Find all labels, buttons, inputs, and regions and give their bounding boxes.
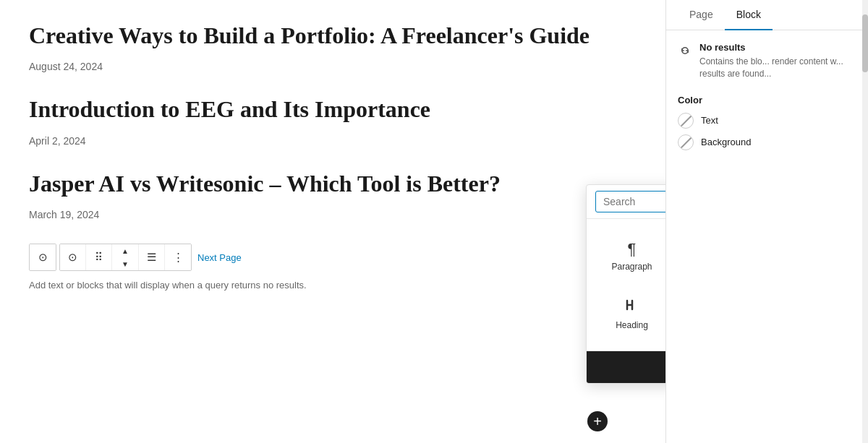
no-results-helper-text: Add text or blocks that will display whe… (29, 280, 637, 291)
align-button[interactable]: ☰ (139, 244, 165, 270)
no-results-content: No results Contains the blo... render co… (699, 42, 856, 80)
post-date-2: April 2, 2024 (29, 135, 637, 147)
link-button-2[interactable]: ⊙ (60, 244, 86, 270)
heading-icon (624, 296, 641, 316)
link-button-1[interactable]: ⊙ (30, 244, 56, 270)
background-color-label: Background (701, 137, 751, 147)
paragraph-icon: ¶ (628, 241, 637, 257)
post-entry-1: Creative Ways to Build a Portfolio: A Fr… (29, 22, 637, 72)
move-up-button[interactable]: ▲ (112, 244, 138, 257)
heading-label: Heading (616, 320, 648, 330)
no-results-label: No results (699, 42, 856, 53)
block-search-input[interactable] (595, 191, 665, 212)
block-grid: ¶ Paragraph Query Loop (587, 219, 665, 351)
settings-panel: Page Block No results Contains the blo..… (665, 0, 868, 443)
post-title-2: Introduction to EEG and Its Importance (29, 95, 637, 123)
drag-handle[interactable]: ⠿ (86, 244, 112, 270)
browse-all-button[interactable]: Browse all (587, 351, 665, 383)
post-title-3: Jasper AI vs Writesonic – Which Tool is … (29, 170, 637, 197)
background-color-swatch[interactable] (678, 134, 694, 150)
panel-tabs: Page Block (666, 0, 868, 30)
post-entry-2: Introduction to EEG and Its Importance A… (29, 95, 637, 146)
tab-block[interactable]: Block (725, 0, 773, 30)
post-entry-3: Jasper AI vs Writesonic – Which Tool is … (29, 170, 637, 220)
add-block-button[interactable]: + (587, 411, 608, 431)
no-results-section: No results Contains the blo... render co… (678, 42, 856, 80)
toolbar-group-main: ⊙ ⠿ ▲ ▼ ☰ ⋮ (59, 244, 192, 271)
more-options-button[interactable]: ⋮ (165, 244, 191, 270)
color-section-title: Color (678, 95, 856, 106)
paragraph-label: Paragraph (611, 262, 652, 272)
move-down-button[interactable]: ▼ (112, 257, 138, 270)
panel-body: No results Contains the blo... render co… (666, 30, 868, 443)
scrollbar-thumb (862, 14, 868, 72)
color-section: Color Text Background (678, 95, 856, 150)
no-results-row: No results Contains the blo... render co… (678, 42, 856, 80)
toolbar-group-link: ⊙ (29, 244, 56, 271)
tab-page[interactable]: Page (678, 0, 725, 30)
post-date-3: March 19, 2024 (29, 209, 637, 220)
block-item-paragraph[interactable]: ¶ Paragraph (595, 231, 665, 282)
text-color-row: Text (678, 113, 856, 129)
block-toolbar: ⊙ ⊙ ⠿ ▲ ▼ ☰ ⋮ Next Page (29, 244, 637, 271)
next-page-link[interactable]: Next Page (197, 252, 242, 263)
background-color-row: Background (678, 134, 856, 150)
block-item-heading[interactable]: Heading (595, 288, 665, 339)
no-results-icon (678, 43, 692, 61)
no-results-desc: Contains the blo... render content w... … (699, 56, 856, 80)
block-inserter-popup: ¶ Paragraph Query Loop (586, 184, 665, 384)
inserter-search-row (587, 185, 665, 219)
post-title-1: Creative Ways to Build a Portfolio: A Fr… (29, 22, 637, 49)
scrollbar-track[interactable] (862, 0, 868, 443)
text-color-swatch[interactable] (678, 113, 694, 129)
post-date-1: August 24, 2024 (29, 61, 637, 72)
text-color-label: Text (701, 115, 718, 126)
